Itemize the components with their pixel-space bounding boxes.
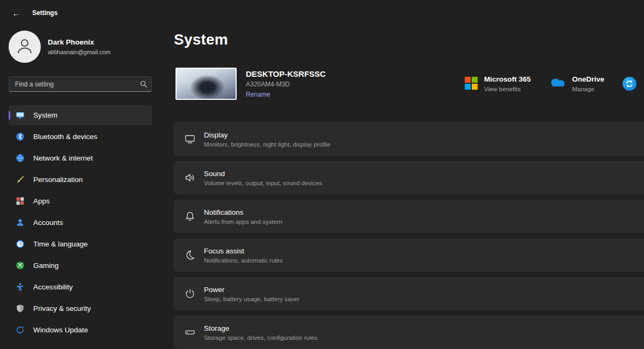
promo-links: Microsoft 365 View benefits OneDrive Man… <box>464 75 639 92</box>
microsoft-365-card: Microsoft 365 View benefits <box>464 75 531 92</box>
storage-icon <box>184 326 196 338</box>
sidebar-item-accounts[interactable]: Accounts <box>9 213 152 232</box>
settings-list: Display Monitors, brightness, night ligh… <box>174 122 644 349</box>
sound-icon <box>184 172 196 184</box>
personalization-icon <box>16 175 25 184</box>
sidebar-item-accessibility[interactable]: Accessibility <box>9 277 152 297</box>
setting-row-power[interactable]: Power Sleep, battery usage, battery save… <box>174 277 644 310</box>
sidebar-item-privacy-security[interactable]: Privacy & security <box>9 299 152 318</box>
device-header: DESKTOP-KSRFSSC A320AM4-M3D Rename Micro… <box>175 68 639 100</box>
notifications-icon <box>184 210 196 222</box>
sync-icon[interactable] <box>623 77 636 91</box>
sidebar-item-label: Gaming <box>33 261 58 270</box>
sidebar-item-label: Bluetooth & devices <box>33 133 97 141</box>
page-title: System <box>174 31 228 48</box>
device-name: DESKTOP-KSRFSSC <box>246 69 326 78</box>
onedrive-cloud-icon <box>549 76 566 88</box>
search-icon[interactable] <box>135 81 151 88</box>
back-button[interactable]: ← <box>9 6 23 20</box>
sidebar-nav: System Bluetooth & devices Network & int… <box>9 105 152 341</box>
sidebar-item-label: Privacy & security <box>33 304 91 312</box>
gaming-icon <box>16 261 25 270</box>
rename-link[interactable]: Rename <box>246 91 270 98</box>
time-language-icon <box>16 239 25 249</box>
power-icon <box>184 288 196 300</box>
row-subtitle: Volume levels, output, input, sound devi… <box>204 180 323 186</box>
sidebar-item-system[interactable]: System <box>9 105 152 125</box>
privacy-icon <box>16 304 25 313</box>
device-wallpaper-thumbnail <box>175 68 237 100</box>
row-subtitle: Monitors, brightness, night light, displ… <box>204 141 331 148</box>
sidebar-item-bluetooth-devices[interactable]: Bluetooth & devices <box>9 127 152 147</box>
sidebar-item-label: Windows Update <box>33 326 88 334</box>
sidebar-item-apps[interactable]: Apps <box>9 191 152 211</box>
windows-update-icon <box>16 325 25 335</box>
row-subtitle: Sleep, battery usage, battery saver <box>204 296 299 302</box>
user-email: ali6hasnain@gmail.com <box>48 49 111 55</box>
sidebar-item-time-language[interactable]: Time & language <box>9 234 152 254</box>
sidebar-item-label: Apps <box>33 197 50 205</box>
sidebar-item-personalization[interactable]: Personalization <box>9 170 152 190</box>
sidebar-item-network-internet[interactable]: Network & internet <box>9 148 152 168</box>
row-title: Display <box>204 131 331 139</box>
device-model: A320AM4-M3D <box>246 81 326 88</box>
system-icon <box>16 111 25 120</box>
person-icon <box>16 37 34 57</box>
row-title: Notifications <box>204 208 282 216</box>
accessibility-icon <box>16 282 25 292</box>
row-title: Power <box>204 286 299 294</box>
avatar <box>9 31 41 63</box>
setting-row-notifications[interactable]: Notifications Alerts from apps and syste… <box>174 200 644 233</box>
sidebar-item-label: Accounts <box>33 219 63 227</box>
user-profile[interactable]: Dark Phoenix ali6hasnain@gmail.com <box>9 31 111 63</box>
view-benefits-link[interactable]: View benefits <box>484 86 531 92</box>
display-icon <box>184 133 196 145</box>
sidebar-item-label: Time & language <box>33 240 88 248</box>
focus-assist-icon <box>184 249 196 261</box>
microsoft-365-title: Microsoft 365 <box>484 75 531 83</box>
sidebar-item-label: System <box>33 111 57 119</box>
onedrive-title: OneDrive <box>572 75 604 83</box>
sidebar-item-gaming[interactable]: Gaming <box>9 256 152 275</box>
search-input[interactable] <box>9 81 135 88</box>
row-subtitle: Storage space, drives, configuration rul… <box>204 335 318 341</box>
row-subtitle: Alerts from apps and system <box>204 219 282 225</box>
titlebar: ← Settings <box>0 0 57 26</box>
setting-row-display[interactable]: Display Monitors, brightness, night ligh… <box>174 122 644 156</box>
sidebar-item-label: Accessibility <box>33 283 73 291</box>
network-icon <box>16 154 25 163</box>
microsoft-logo <box>464 76 478 90</box>
setting-row-focus-assist[interactable]: Focus assist Notifications, automatic ru… <box>174 238 644 272</box>
bluetooth-icon <box>16 132 25 141</box>
row-title: Focus assist <box>204 247 283 255</box>
accounts-icon <box>16 218 25 227</box>
search-box <box>9 76 152 92</box>
user-name: Dark Phoenix <box>48 38 111 46</box>
row-title: Storage <box>204 324 318 332</box>
onedrive-manage-link[interactable]: Manage <box>572 86 604 92</box>
onedrive-card: OneDrive Manage <box>549 75 604 92</box>
sidebar-item-label: Personalization <box>33 176 83 184</box>
row-title: Sound <box>204 170 323 178</box>
setting-row-sound[interactable]: Sound Volume levels, output, input, soun… <box>174 161 644 194</box>
app-title: Settings <box>32 9 57 17</box>
sidebar-item-label: Network & internet <box>33 154 93 162</box>
row-subtitle: Notifications, automatic rules <box>204 257 283 264</box>
sidebar-item-windows-update[interactable]: Windows Update <box>9 320 152 340</box>
setting-row-storage[interactable]: Storage Storage space, drives, configura… <box>174 316 644 349</box>
apps-icon <box>16 197 25 206</box>
